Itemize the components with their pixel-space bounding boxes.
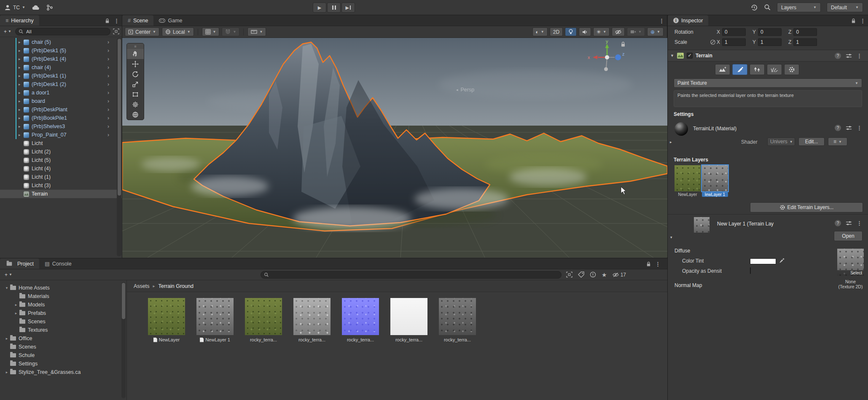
link-constraint-icon[interactable]: [710, 39, 716, 45]
tab-project[interactable]: Project: [0, 258, 39, 269]
account-dropdown[interactable]: TC ▼: [4, 4, 25, 11]
hierarchy-item[interactable]: ▸a door1›: [0, 89, 122, 97]
rect-tool-button[interactable]: [127, 89, 144, 99]
folder-item[interactable]: ▸Stylize_Tree_&Grasses.ca: [0, 368, 126, 376]
help-icon[interactable]: ?: [835, 53, 841, 59]
folder-item[interactable]: ▾Home Assets: [0, 284, 126, 292]
scene-visibility-toggle[interactable]: [612, 27, 625, 36]
pivot-dropdown[interactable]: Center▼: [125, 27, 159, 36]
grid-snap-dropdown[interactable]: ▼: [202, 27, 220, 36]
foldout-arrow[interactable]: ▸: [19, 48, 24, 53]
favorites-star-icon[interactable]: ★: [602, 271, 607, 278]
terrain-layer-tile-selected[interactable]: [702, 165, 728, 191]
add-asset-button[interactable]: +▼: [3, 272, 13, 278]
hierarchy-item[interactable]: ▸board›: [0, 97, 122, 105]
foldout-arrow[interactable]: ▼: [670, 54, 674, 58]
increment-snap-dropdown[interactable]: ▼: [222, 27, 239, 36]
move-tool-button[interactable]: [127, 59, 144, 69]
opacity-as-density-checkbox[interactable]: [750, 267, 751, 274]
asset-tile[interactable]: rocky_terra...: [390, 298, 427, 344]
folder-item[interactable]: Schule: [0, 351, 126, 360]
prefab-open-chevron[interactable]: ›: [107, 64, 109, 70]
asset-tile[interactable]: rocky_terra...: [245, 298, 282, 344]
search-icon[interactable]: [764, 4, 771, 11]
presets-icon[interactable]: [846, 53, 852, 59]
foldout-arrow[interactable]: ▸: [19, 74, 24, 78]
picker-icon[interactable]: [566, 271, 572, 278]
rotation-x-field[interactable]: 0: [722, 28, 746, 36]
prefab-open-chevron[interactable]: ›: [107, 123, 109, 129]
asset-tile[interactable]: rocky_terra...: [293, 298, 331, 344]
layout-dropdown[interactable]: Default ▼: [827, 3, 863, 12]
layer-foldout-arrow[interactable]: ▾: [670, 235, 672, 239]
audio-toggle[interactable]: [579, 27, 591, 36]
prefab-open-chevron[interactable]: ›: [107, 132, 109, 138]
presets-icon[interactable]: [846, 220, 852, 226]
open-button[interactable]: Open: [834, 231, 863, 241]
component-enabled-checkbox[interactable]: [687, 53, 693, 59]
lighting-toggle[interactable]: [565, 27, 577, 36]
lock-icon[interactable]: [646, 261, 651, 267]
color-tint-swatch[interactable]: [750, 258, 776, 264]
eyedropper-icon[interactable]: [779, 258, 785, 263]
hierarchy-item[interactable]: Licht: [0, 139, 122, 148]
tab-inspector[interactable]: i Inspector: [668, 15, 708, 26]
foldout-arrow[interactable]: ▸: [19, 124, 24, 129]
folder-item[interactable]: Textures: [0, 326, 126, 334]
tab-console[interactable]: ▤ Console: [39, 258, 77, 269]
help-icon[interactable]: ?: [835, 220, 841, 226]
shader-dropdown[interactable]: Univers ▼: [767, 137, 795, 146]
pause-button[interactable]: [327, 3, 341, 13]
paint-details-tool[interactable]: [767, 64, 782, 75]
material-preview-sphere[interactable]: [675, 122, 688, 136]
foldout-arrow[interactable]: ▸: [19, 99, 24, 103]
history-icon[interactable]: [750, 4, 758, 11]
version-control-button[interactable]: [46, 4, 53, 11]
picker-icon[interactable]: [113, 28, 119, 35]
folder-item[interactable]: Scenes: [0, 343, 126, 351]
hierarchy-item[interactable]: ▸(Prb)Shelves3›: [0, 122, 122, 131]
hierarchy-item[interactable]: Licht (4): [0, 164, 122, 173]
custom-tool-button[interactable]: [127, 110, 144, 120]
lock-icon[interactable]: [621, 41, 626, 47]
project-search-input[interactable]: [271, 272, 558, 278]
label-icon[interactable]: [578, 271, 584, 278]
hierarchy-item[interactable]: ▸Prop_Paint_07›: [0, 131, 122, 139]
project-tree-scrollbar[interactable]: [121, 282, 126, 398]
terrain-component-header[interactable]: ▼ Terrain ? ⋮: [668, 50, 868, 62]
normal-map-slot[interactable]: None (Texture 2D): [837, 279, 864, 289]
asset-tile[interactable]: rocky_terra...: [342, 298, 379, 344]
panel-menu-icon[interactable]: ⋮: [659, 18, 664, 24]
scale-y-field[interactable]: 1: [758, 38, 782, 46]
scale-z-field[interactable]: 1: [793, 38, 817, 46]
hierarchy-search[interactable]: [15, 28, 110, 35]
hierarchy-search-input[interactable]: [25, 29, 107, 35]
lock-icon[interactable]: [851, 18, 856, 24]
asset-tile[interactable]: NewLayer 1: [196, 298, 234, 344]
hierarchy-item[interactable]: Licht (5): [0, 156, 122, 164]
prefab-open-chevron[interactable]: ›: [107, 98, 109, 104]
edit-shader-button[interactable]: Edit...: [798, 137, 825, 146]
prefab-open-chevron[interactable]: ›: [107, 107, 109, 113]
shading-mode-dropdown[interactable]: ◐▼: [532, 27, 548, 36]
2d-toggle[interactable]: 2D: [550, 27, 563, 36]
prefab-open-chevron[interactable]: ›: [107, 115, 109, 121]
hierarchy-item[interactable]: ▸(Prb)Desk1 (4)›: [0, 55, 122, 63]
folder-item[interactable]: Settings: [0, 360, 126, 368]
select-texture-chip[interactable]: Select: [837, 270, 864, 276]
rotation-y-field[interactable]: 0: [758, 28, 782, 36]
measure-dropdown[interactable]: ▼: [247, 27, 266, 36]
asset-tile[interactable]: rocky_terra...: [439, 298, 476, 344]
step-button[interactable]: ▶: [341, 3, 355, 13]
foldout-arrow[interactable]: ▸: [19, 91, 24, 95]
folder-item[interactable]: Materials: [0, 292, 126, 301]
hierarchy-item[interactable]: Licht (1): [0, 173, 122, 181]
hierarchy-item[interactable]: Licht (3): [0, 181, 122, 190]
gizmos-dropdown[interactable]: ⊕▼: [647, 27, 664, 36]
prefab-open-chevron[interactable]: ›: [107, 73, 109, 79]
hierarchy-item[interactable]: Licht (2): [0, 148, 122, 156]
paint-terrain-tool-selected[interactable]: [732, 64, 747, 75]
scale-tool-button[interactable]: [127, 79, 144, 89]
hierarchy-item[interactable]: ▸(Prb)Desk1 (2)›: [0, 80, 122, 89]
prefab-open-chevron[interactable]: ›: [107, 90, 109, 96]
